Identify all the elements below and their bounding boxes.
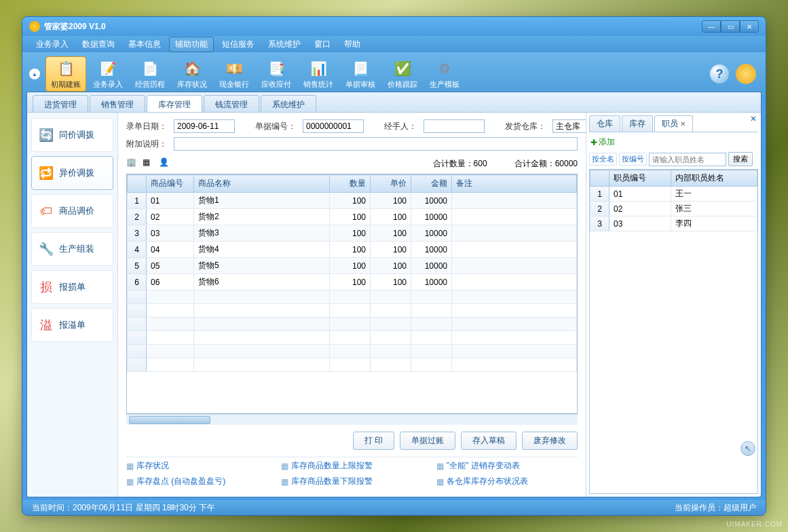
- grid-header[interactable]: 商品编号: [147, 175, 194, 193]
- panel-close-icon[interactable]: ✕: [750, 114, 757, 124]
- tab-钱流管理[interactable]: 钱流管理: [204, 95, 259, 112]
- form-row-2: 附加说明：: [126, 137, 578, 151]
- sidebar-item-商品调价[interactable]: 🏷商品调价: [31, 194, 113, 228]
- grid-header[interactable]: 备注: [452, 175, 577, 193]
- note-input[interactable]: [174, 137, 578, 151]
- table-row-empty[interactable]: [128, 290, 577, 304]
- link-item[interactable]: 库存状况: [126, 460, 267, 472]
- handler-input[interactable]: [424, 119, 485, 133]
- menu-item-2[interactable]: 基本信息: [123, 37, 166, 52]
- rp-tab-职员[interactable]: 职员 ✕: [654, 115, 693, 132]
- arrow-badge-icon[interactable]: ↖: [740, 441, 755, 456]
- building-icon[interactable]: 🏢: [126, 157, 138, 170]
- maximize-button[interactable]: ▭: [721, 20, 740, 33]
- tab-系统维护[interactable]: 系统维护: [261, 95, 316, 112]
- table-row[interactable]: 505货物510010010000: [128, 258, 577, 274]
- date-input[interactable]: [174, 119, 235, 133]
- table-row[interactable]: 404货物410010010000: [128, 242, 577, 258]
- sidebar-item-同价调拨[interactable]: 🔄同价调拨: [31, 118, 113, 152]
- grid-header[interactable]: 商品名称: [194, 175, 330, 193]
- rp-header[interactable]: [590, 170, 609, 187]
- employee-grid[interactable]: 职员编号内部职员姓名101王一202张三303李四 ↖: [589, 169, 758, 494]
- grid-header[interactable]: [128, 175, 147, 193]
- sidebar: 🔄同价调拨🔁异价调拨🏷商品调价🔧生产组装损报损单溢报溢单: [27, 113, 118, 497]
- table-row[interactable]: 202货物210010010000: [128, 209, 577, 225]
- scrollbar-thumb[interactable]: [129, 416, 210, 424]
- toolbar-现金银行[interactable]: 💴现金银行: [214, 56, 255, 92]
- rp-tab-库存[interactable]: 库存: [622, 115, 653, 132]
- table-row-empty[interactable]: [128, 345, 577, 358]
- filter-fullname[interactable]: 按全名: [589, 153, 617, 166]
- toolbar-单据审核[interactable]: 📃单据审核: [340, 56, 381, 92]
- menu-item-4[interactable]: 短信服务: [217, 37, 260, 52]
- add-button[interactable]: ✚ 添加: [590, 136, 615, 148]
- toolbar-销售统计[interactable]: 📊销售统计: [298, 56, 339, 92]
- employee-search-input[interactable]: [649, 153, 726, 166]
- table-row-empty[interactable]: [128, 331, 577, 345]
- grid-icon[interactable]: ▦: [143, 157, 155, 170]
- table-row-empty[interactable]: [128, 304, 577, 318]
- right-panel: ✕ 仓库库存职员 ✕ ✚ 添加 按全名 按编号 搜索 职员编号内部职员姓名101…: [586, 113, 761, 497]
- horizontal-scrollbar[interactable]: [126, 414, 578, 425]
- content-area: 进货管理销售管理库存管理钱流管理系统维护 🔄同价调拨🔁异价调拨🏷商品调价🔧生产组…: [26, 92, 762, 497]
- menu-item-6[interactable]: 窗口: [309, 37, 336, 52]
- menu-item-0[interactable]: 业务录入: [31, 37, 74, 52]
- close-button[interactable]: ✕: [740, 20, 759, 33]
- sidebar-item-生产组装[interactable]: 🔧生产组装: [31, 232, 113, 266]
- action-废弃修改[interactable]: 废弃修改: [522, 432, 578, 450]
- mini-toolbar: 🏢 ▦ 👤 合计数量：600 合计金额：60000: [126, 157, 578, 170]
- toolbar-库存状况[interactable]: 🏠库存状况: [172, 56, 212, 92]
- tab-销售管理[interactable]: 销售管理: [90, 95, 145, 112]
- toolbar-经营历程[interactable]: 📄经营历程: [130, 56, 170, 92]
- product-icon[interactable]: [736, 64, 756, 84]
- tool-icon: 💴: [225, 59, 244, 78]
- sidebar-item-异价调拨[interactable]: 🔁异价调拨: [31, 156, 113, 190]
- toolbar-生产模板[interactable]: ⚙生产模板: [424, 56, 465, 92]
- warehouse-input[interactable]: [552, 119, 586, 133]
- tab-close-icon[interactable]: ✕: [680, 120, 686, 128]
- grid-header[interactable]: 金额: [411, 175, 452, 193]
- sidebar-item-报溢单[interactable]: 溢报溢单: [31, 308, 113, 342]
- table-row[interactable]: 303货物310010010000: [128, 225, 577, 242]
- help-icon[interactable]: ?: [710, 64, 729, 83]
- table-row[interactable]: 101货物110010010000: [128, 193, 577, 209]
- rp-table-row[interactable]: 202张三: [590, 202, 757, 216]
- toolbar-初期建账[interactable]: 📋初期建账: [45, 56, 86, 92]
- toolbar-业务录入[interactable]: 📝业务录入: [88, 56, 128, 92]
- link-item[interactable]: 各仓库库存分布状况表: [436, 476, 578, 487]
- rp-table-row[interactable]: 101王一: [590, 187, 757, 202]
- link-item[interactable]: "全能" 进销存变动表: [436, 460, 578, 472]
- grid-header[interactable]: 数量: [330, 175, 371, 193]
- person-icon[interactable]: 👤: [159, 157, 171, 170]
- table-row-empty[interactable]: [128, 358, 577, 372]
- rp-tab-仓库[interactable]: 仓库: [589, 115, 620, 132]
- main-grid[interactable]: 商品编号商品名称数量单价金额备注101货物110010010000202货物21…: [126, 174, 578, 414]
- billno-input[interactable]: [303, 119, 364, 133]
- tab-进货管理[interactable]: 进货管理: [33, 95, 88, 112]
- action-打印[interactable]: 打 印: [353, 432, 394, 450]
- filter-code[interactable]: 按编号: [619, 153, 647, 166]
- sidebar-item-报损单[interactable]: 损报损单: [31, 270, 113, 304]
- action-存入草稿[interactable]: 存入草稿: [461, 432, 517, 450]
- menu-item-5[interactable]: 系统维护: [263, 37, 306, 52]
- table-row-empty[interactable]: [128, 318, 577, 331]
- menu-item-1[interactable]: 数据查询: [77, 37, 120, 52]
- rp-header[interactable]: 职员编号: [609, 170, 671, 187]
- link-item[interactable]: 库存商品数量上限报警: [281, 460, 422, 472]
- collapse-toolbar-button[interactable]: ▲: [29, 69, 40, 79]
- menu-item-7[interactable]: 帮助: [339, 37, 366, 52]
- link-item[interactable]: 库存商品数量下限报警: [281, 476, 422, 487]
- toolbar-价格跟踪[interactable]: ✅价格跟踪: [382, 56, 423, 92]
- search-button[interactable]: 搜索: [728, 152, 753, 166]
- rp-table-row[interactable]: 303李四: [590, 216, 757, 231]
- grid-header[interactable]: 单价: [371, 175, 411, 193]
- link-item[interactable]: 库存盘点 (自动盘盈盘亏): [126, 476, 267, 487]
- menu-item-3[interactable]: 辅助功能: [169, 37, 214, 52]
- minimize-button[interactable]: —: [702, 20, 721, 33]
- tab-库存管理[interactable]: 库存管理: [147, 95, 202, 112]
- rp-header[interactable]: 内部职员姓名: [671, 170, 757, 187]
- action-单据过账[interactable]: 单据过账: [400, 432, 455, 450]
- table-row[interactable]: 606货物610010010000: [128, 274, 577, 290]
- titlebar[interactable]: 管家婆2009 V1.0 — ▭ ✕: [22, 17, 766, 36]
- toolbar-应收应付[interactable]: 📑应收应付: [256, 56, 297, 92]
